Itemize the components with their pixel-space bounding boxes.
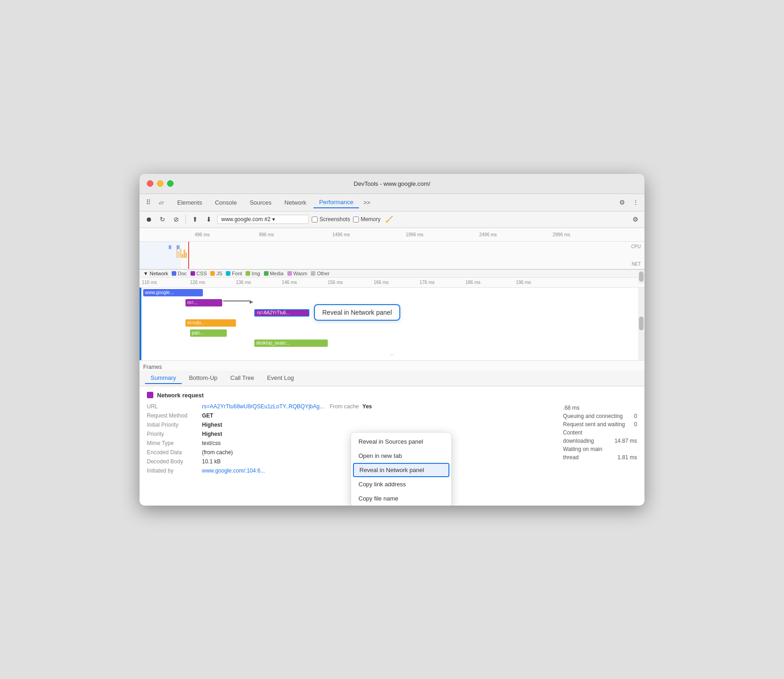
list-item[interactable]: www.google... bbox=[140, 288, 644, 298]
context-menu-item-copy-link[interactable]: Copy link address bbox=[351, 477, 451, 491]
ruler2-tick-1: 126 ms bbox=[190, 280, 205, 285]
tooltip-text-top: Reveal in Network panel bbox=[322, 309, 392, 316]
legend-media-label: Media bbox=[270, 271, 284, 276]
tab-performance[interactable]: Performance bbox=[314, 197, 358, 208]
cpu-net-area: CPU NET ⏸ ⏸ bbox=[140, 242, 644, 269]
tab-event-log[interactable]: Event Log bbox=[262, 373, 300, 384]
net-bar-label-3: m=cdo... bbox=[187, 320, 205, 325]
tab-bottom-up[interactable]: Bottom-Up bbox=[184, 373, 223, 384]
cpu-bar bbox=[185, 252, 187, 258]
legend-other-dot bbox=[311, 271, 315, 276]
legend-font-dot bbox=[226, 271, 230, 276]
url-value: www.google.com #2 bbox=[221, 216, 270, 223]
context-menu-item-copy-file[interactable]: Copy file name bbox=[351, 491, 451, 506]
tab-network[interactable]: Network bbox=[279, 197, 312, 208]
details-panel: Network request URL rs=AA2YrTtu68wU8rQSE… bbox=[140, 386, 644, 506]
legend-css-label: CSS bbox=[196, 271, 207, 276]
method-label: Request Method bbox=[147, 412, 202, 419]
inspect-icon[interactable]: ⠿ bbox=[143, 197, 153, 207]
pause-icon-2[interactable]: ⏸ bbox=[175, 244, 181, 250]
arrow-head: ▶ bbox=[250, 299, 253, 304]
net-bar-m[interactable]: m=... bbox=[185, 299, 222, 306]
priority-label: Priority bbox=[147, 431, 202, 437]
traffic-lights bbox=[147, 180, 174, 187]
tooltip-bubble-top: Reveal in Network panel bbox=[314, 304, 400, 321]
close-button[interactable] bbox=[147, 180, 153, 187]
context-menu-item-open-tab[interactable]: Open in new tab bbox=[351, 449, 451, 463]
legend-js: JS bbox=[210, 271, 222, 276]
tab-call-tree[interactable]: Call Tree bbox=[225, 373, 260, 384]
timing-waiting: Waiting on main bbox=[563, 446, 637, 452]
legend-media-dot bbox=[264, 271, 269, 276]
net-bar-pari[interactable]: pari... bbox=[190, 329, 227, 337]
tab-summary[interactable]: Summary bbox=[145, 373, 182, 384]
initial-priority-value: Highest bbox=[202, 422, 222, 428]
screenshots-label: Screenshots bbox=[319, 216, 350, 223]
net-bar-label-2: rs=AA2YrTtu6... bbox=[257, 310, 290, 315]
frames-row: Frames bbox=[140, 360, 644, 371]
url-value-link[interactable]: rs=AA2YrTtu68wU8rQSEu1zLoTY..RQBQYjbAg..… bbox=[202, 403, 324, 410]
minimize-button[interactable] bbox=[157, 180, 163, 187]
timing-queuing: Queuing and connecting 0 bbox=[563, 413, 637, 419]
decoded-label: Decoded Body bbox=[147, 458, 202, 465]
frames-scrollbar-thumb[interactable] bbox=[639, 272, 644, 282]
dropdown-icon: ▾ bbox=[272, 216, 275, 223]
ruler-tick-1: 996 ms bbox=[259, 232, 274, 237]
reload-button[interactable]: ↻ bbox=[157, 214, 168, 225]
timing-request: Request sent and waiting 0 bbox=[563, 421, 637, 428]
context-menu-item-reveal-network[interactable]: Reveal in Network panel bbox=[353, 463, 449, 477]
initiated-value[interactable]: www.google.com/:104:6... bbox=[202, 468, 265, 474]
legend-doc: Doc bbox=[172, 271, 187, 276]
net-bar-desktop[interactable]: desktop_searc... bbox=[254, 340, 328, 347]
timeline-ruler2: 116 ms 126 ms 136 ms 146 ms 156 ms 166 m… bbox=[140, 278, 644, 288]
memory-checkbox[interactable] bbox=[353, 217, 359, 223]
list-item[interactable]: pari... bbox=[140, 328, 644, 338]
tab-sources[interactable]: Sources bbox=[244, 197, 277, 208]
arrow-line bbox=[223, 301, 251, 301]
clear-button[interactable]: ⊘ bbox=[171, 214, 182, 225]
net-bar-google[interactable]: www.google... bbox=[143, 289, 203, 296]
section-icon bbox=[147, 392, 153, 398]
url-selector[interactable]: www.google.com #2 ▾ bbox=[217, 215, 309, 224]
maximize-button[interactable] bbox=[167, 180, 174, 187]
net-bar-mcdo[interactable]: m=cdo... bbox=[185, 319, 236, 327]
devtools-window: DevTools - www.google.com/ ⠿ ▱ Elements … bbox=[140, 174, 644, 506]
net-bar-rs[interactable]: rs=AA2YrTtu6... bbox=[254, 309, 309, 317]
cleanup-button[interactable]: 🧹 bbox=[383, 214, 394, 225]
mime-value: text/css bbox=[202, 440, 221, 446]
from-cache-label: From cache bbox=[330, 403, 358, 410]
upload-button[interactable]: ⬆ bbox=[190, 214, 201, 225]
record-button[interactable]: ⏺ bbox=[143, 214, 154, 225]
timing-waiting-label: Waiting on main bbox=[563, 446, 603, 452]
ruler-tick-5: 2996 ms bbox=[553, 232, 570, 237]
screenshots-checkbox[interactable] bbox=[312, 217, 318, 223]
tabs-more-button[interactable]: >> bbox=[361, 199, 373, 206]
legend-wasm: Wasm bbox=[287, 271, 308, 276]
device-icon[interactable]: ▱ bbox=[156, 197, 166, 207]
frames-label: Frames bbox=[143, 364, 162, 370]
cpu-label: CPU bbox=[631, 244, 641, 249]
tabbar-icons: ⠿ ▱ bbox=[143, 197, 166, 207]
tab-elements[interactable]: Elements bbox=[172, 197, 207, 208]
timing-queuing-label: Queuing and connecting bbox=[563, 413, 623, 419]
timing-downloading-value: 14.87 ms bbox=[615, 438, 637, 444]
settings-icon[interactable]: ⚙ bbox=[617, 197, 627, 207]
screenshots-checkbox-group: Screenshots bbox=[312, 216, 350, 223]
more-vert-icon[interactable]: ⋮ bbox=[631, 197, 641, 207]
net-bar-label-1: m=... bbox=[187, 300, 198, 305]
legend-font: Font bbox=[226, 271, 242, 276]
download-button[interactable]: ⬇ bbox=[203, 214, 214, 225]
timing-request-value: 0 bbox=[634, 421, 637, 428]
scrollbar-thumb[interactable] bbox=[639, 317, 644, 330]
pause-icon[interactable]: ⏸ bbox=[167, 244, 173, 250]
network-rows: www.google... m=... ▶ rs=AA2YrTtu6... bbox=[140, 288, 644, 360]
context-menu-item-reveal-sources[interactable]: Reveal in Sources panel bbox=[351, 434, 451, 449]
list-item[interactable]: rs=AA2YrTtu6... Reveal in Network panel bbox=[140, 308, 644, 318]
toolbar-settings-button[interactable]: ⚙ bbox=[630, 214, 641, 225]
net-bar-label-5: desktop_searc... bbox=[256, 340, 290, 345]
tabbar-right: ⚙ ⋮ bbox=[617, 197, 641, 207]
toolbar-right: ⚙ bbox=[630, 214, 641, 225]
tab-console[interactable]: Console bbox=[209, 197, 242, 208]
titlebar: DevTools - www.google.com/ bbox=[140, 174, 644, 194]
list-item[interactable]: desktop_searc... bbox=[140, 338, 644, 348]
